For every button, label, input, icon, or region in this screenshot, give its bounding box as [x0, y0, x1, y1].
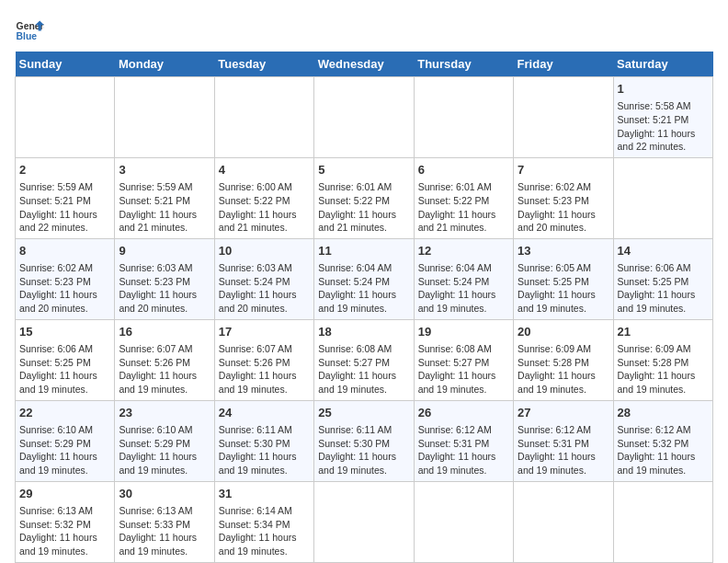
- empty-cell: [613, 157, 712, 238]
- day-cell-4: 4Sunrise: 6:00 AMSunset: 5:22 PMDaylight…: [214, 157, 313, 238]
- empty-cell: [414, 481, 513, 562]
- page-header: General Blue: [15, 15, 713, 44]
- weekday-header-friday: Friday: [514, 52, 613, 77]
- day-cell-1: 1Sunrise: 5:58 AMSunset: 5:21 PMDaylight…: [613, 77, 712, 158]
- day-cell-20: 20Sunrise: 6:09 AMSunset: 5:28 PMDayligh…: [514, 319, 613, 400]
- day-cell-6: 6Sunrise: 6:01 AMSunset: 5:22 PMDaylight…: [414, 157, 513, 238]
- day-cell-11: 11Sunrise: 6:04 AMSunset: 5:24 PMDayligh…: [314, 238, 414, 319]
- day-cell-24: 24Sunrise: 6:11 AMSunset: 5:30 PMDayligh…: [214, 400, 313, 481]
- day-cell-10: 10Sunrise: 6:03 AMSunset: 5:24 PMDayligh…: [214, 238, 313, 319]
- weekday-header-thursday: Thursday: [414, 52, 513, 77]
- day-cell-18: 18Sunrise: 6:08 AMSunset: 5:27 PMDayligh…: [314, 319, 414, 400]
- day-cell-30: 30Sunrise: 6:13 AMSunset: 5:33 PMDayligh…: [115, 481, 214, 562]
- logo: General Blue: [15, 15, 44, 44]
- empty-cell: [115, 77, 214, 158]
- day-cell-12: 12Sunrise: 6:04 AMSunset: 5:24 PMDayligh…: [414, 238, 513, 319]
- weekday-header-wednesday: Wednesday: [314, 52, 414, 77]
- empty-cell: [314, 481, 414, 562]
- day-cell-14: 14Sunrise: 6:06 AMSunset: 5:25 PMDayligh…: [613, 238, 712, 319]
- day-cell-25: 25Sunrise: 6:11 AMSunset: 5:30 PMDayligh…: [314, 400, 414, 481]
- weekday-header-tuesday: Tuesday: [214, 52, 313, 77]
- empty-cell: [514, 481, 613, 562]
- day-cell-17: 17Sunrise: 6:07 AMSunset: 5:26 PMDayligh…: [214, 319, 313, 400]
- day-cell-27: 27Sunrise: 6:12 AMSunset: 5:31 PMDayligh…: [514, 400, 613, 481]
- day-cell-21: 21Sunrise: 6:09 AMSunset: 5:28 PMDayligh…: [613, 319, 712, 400]
- weekday-header-sunday: Sunday: [16, 52, 115, 77]
- day-cell-8: 8Sunrise: 6:02 AMSunset: 5:23 PMDaylight…: [16, 238, 115, 319]
- day-cell-28: 28Sunrise: 6:12 AMSunset: 5:32 PMDayligh…: [613, 400, 712, 481]
- day-cell-2: 2Sunrise: 5:59 AMSunset: 5:21 PMDaylight…: [16, 157, 115, 238]
- day-cell-19: 19Sunrise: 6:08 AMSunset: 5:27 PMDayligh…: [414, 319, 513, 400]
- empty-cell: [613, 481, 712, 562]
- empty-cell: [514, 77, 613, 158]
- day-cell-9: 9Sunrise: 6:03 AMSunset: 5:23 PMDaylight…: [115, 238, 214, 319]
- calendar-table: SundayMondayTuesdayWednesdayThursdayFrid…: [15, 52, 713, 563]
- day-cell-15: 15Sunrise: 6:06 AMSunset: 5:25 PMDayligh…: [16, 319, 115, 400]
- day-cell-13: 13Sunrise: 6:05 AMSunset: 5:25 PMDayligh…: [514, 238, 613, 319]
- weekday-header-monday: Monday: [115, 52, 214, 77]
- day-cell-22: 22Sunrise: 6:10 AMSunset: 5:29 PMDayligh…: [16, 400, 115, 481]
- weekday-header-saturday: Saturday: [613, 52, 712, 77]
- day-cell-26: 26Sunrise: 6:12 AMSunset: 5:31 PMDayligh…: [414, 400, 513, 481]
- svg-text:Blue: Blue: [17, 31, 38, 41]
- day-cell-16: 16Sunrise: 6:07 AMSunset: 5:26 PMDayligh…: [115, 319, 214, 400]
- logo-icon: General Blue: [15, 15, 44, 44]
- day-cell-3: 3Sunrise: 5:59 AMSunset: 5:21 PMDaylight…: [115, 157, 214, 238]
- day-cell-29: 29Sunrise: 6:13 AMSunset: 5:32 PMDayligh…: [16, 481, 115, 562]
- empty-cell: [314, 77, 414, 158]
- day-cell-7: 7Sunrise: 6:02 AMSunset: 5:23 PMDaylight…: [514, 157, 613, 238]
- empty-cell: [414, 77, 513, 158]
- day-cell-5: 5Sunrise: 6:01 AMSunset: 5:22 PMDaylight…: [314, 157, 414, 238]
- empty-cell: [214, 77, 313, 158]
- day-cell-23: 23Sunrise: 6:10 AMSunset: 5:29 PMDayligh…: [115, 400, 214, 481]
- day-cell-31: 31Sunrise: 6:14 AMSunset: 5:34 PMDayligh…: [214, 481, 313, 562]
- empty-cell: [16, 77, 115, 158]
